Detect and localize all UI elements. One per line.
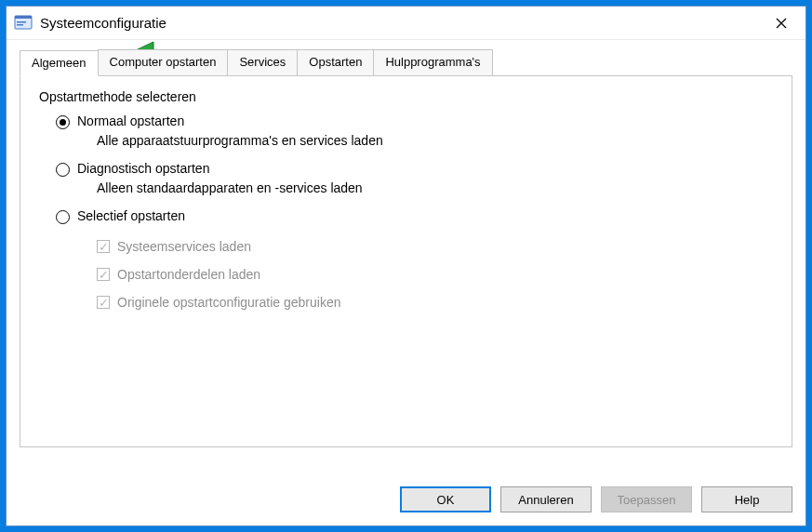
svg-rect-1: [15, 16, 32, 19]
radio-label: Selectief opstarten: [77, 208, 185, 223]
check-originele-opstartconfig: ✓ Originele opstartconfiguratie gebruike…: [97, 295, 773, 310]
close-button[interactable]: [761, 8, 802, 38]
tab-computer-opstarten[interactable]: Computer opstarten: [98, 49, 229, 75]
radio-desc-diagnostisch: Alleen standaardapparaten en -services l…: [97, 180, 773, 195]
client-area: Algemeen Computer opstarten Services Ops…: [7, 40, 805, 475]
radio-label: Diagnostisch opstarten: [77, 161, 209, 176]
radio-normaal-opstarten[interactable]: Normaal opstarten: [56, 113, 773, 129]
radio-label: Normaal opstarten: [77, 113, 184, 128]
apply-button: Toepassen: [601, 486, 692, 512]
radio-desc-normaal: Alle apparaatstuurprogramma's en service…: [97, 133, 773, 148]
radio-icon: [56, 115, 70, 129]
checkbox-label: Originele opstartconfiguratie gebruiken: [117, 295, 340, 310]
svg-rect-3: [17, 24, 23, 26]
group-legend: Opstartmethode selecteren: [39, 89, 773, 104]
app-icon: [14, 14, 33, 33]
check-opstartonderdelen-laden: ✓ Opstartonderdelen laden: [97, 267, 773, 282]
tab-opstarten[interactable]: Opstarten: [297, 49, 374, 75]
svg-rect-2: [17, 21, 26, 23]
window-title: Systeemconfiguratie: [40, 15, 761, 31]
button-bar: OK Annuleren Toepassen Help: [7, 475, 805, 525]
msconfig-window: Systeemconfiguratie Algemeen Computer op…: [6, 6, 806, 526]
help-button[interactable]: Help: [701, 486, 792, 512]
radio-diagnostisch-opstarten[interactable]: Diagnostisch opstarten: [56, 161, 773, 177]
close-icon: [776, 18, 787, 29]
cancel-button[interactable]: Annuleren: [500, 486, 592, 512]
check-systeemservices-laden: ✓ Systeemservices laden: [97, 239, 773, 254]
checkbox-icon: ✓: [97, 240, 110, 253]
tab-services[interactable]: Services: [227, 49, 298, 75]
titlebar: Systeemconfiguratie: [7, 7, 805, 40]
ok-button[interactable]: OK: [400, 486, 491, 512]
radio-icon: [56, 163, 70, 177]
radio-selectief-opstarten[interactable]: Selectief opstarten: [56, 208, 773, 224]
checkbox-icon: ✓: [97, 296, 110, 309]
tab-algemeen[interactable]: Algemeen: [20, 50, 99, 76]
checkbox-icon: ✓: [97, 268, 110, 281]
checkbox-label: Systeemservices laden: [117, 239, 251, 254]
tab-panel-algemeen: Opstartmethode selecteren Normaal opstar…: [20, 75, 792, 447]
tab-strip: Algemeen Computer opstarten Services Ops…: [20, 49, 792, 75]
tab-hulpprogrammas[interactable]: Hulpprogramma's: [373, 49, 492, 75]
radio-icon: [56, 210, 70, 224]
checkbox-label: Opstartonderdelen laden: [117, 267, 260, 282]
